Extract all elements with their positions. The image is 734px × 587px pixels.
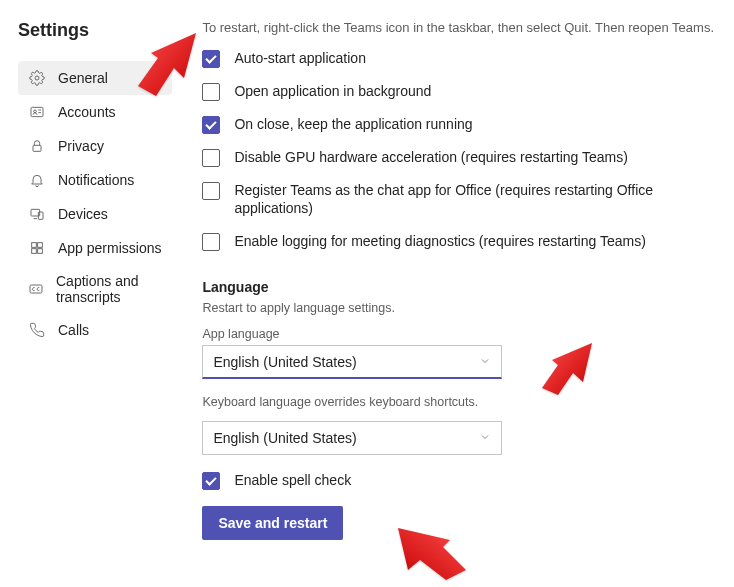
- option-on-close-running[interactable]: On close, keep the application running: [202, 115, 714, 134]
- sidebar-nav: General Accounts Privacy Notifications: [18, 61, 172, 347]
- language-heading: Language: [202, 279, 714, 295]
- chevron-down-icon: [479, 354, 491, 370]
- sidebar-item-calls[interactable]: Calls: [18, 313, 172, 347]
- gear-icon: [28, 69, 46, 87]
- sidebar-item-label: Calls: [58, 322, 89, 338]
- svg-rect-1: [31, 107, 43, 116]
- option-label: Enable logging for meeting diagnostics (…: [234, 232, 645, 251]
- svg-point-2: [34, 110, 37, 113]
- save-and-restart-button[interactable]: Save and restart: [202, 506, 343, 540]
- bell-icon: [28, 171, 46, 189]
- svg-rect-5: [33, 145, 41, 151]
- svg-rect-13: [30, 285, 42, 293]
- svg-rect-10: [38, 243, 43, 248]
- option-label: Disable GPU hardware acceleration (requi…: [234, 148, 627, 167]
- option-spell-check[interactable]: Enable spell check: [202, 471, 714, 490]
- option-label: Register Teams as the chat app for Offic…: [234, 181, 654, 219]
- sidebar-item-label: Captions and transcripts: [56, 273, 162, 305]
- option-auto-start[interactable]: Auto-start application: [202, 49, 714, 68]
- checkbox-icon[interactable]: [202, 116, 220, 134]
- page-title: Settings: [18, 20, 172, 41]
- sidebar-item-notifications[interactable]: Notifications: [18, 163, 172, 197]
- svg-rect-11: [32, 249, 37, 254]
- checkbox-icon[interactable]: [202, 149, 220, 167]
- lock-icon: [28, 137, 46, 155]
- sidebar-item-label: Privacy: [58, 138, 104, 154]
- sidebar-item-privacy[interactable]: Privacy: [18, 129, 172, 163]
- chevron-down-icon: [479, 430, 491, 446]
- sidebar-item-label: General: [58, 70, 108, 86]
- cc-icon: [28, 280, 44, 298]
- id-card-icon: [28, 103, 46, 121]
- sidebar-item-label: App permissions: [58, 240, 162, 256]
- option-register-chat-app[interactable]: Register Teams as the chat app for Offic…: [202, 181, 714, 219]
- svg-point-0: [35, 76, 39, 80]
- option-label: Enable spell check: [234, 471, 351, 490]
- grid-icon: [28, 239, 46, 257]
- sidebar-item-accounts[interactable]: Accounts: [18, 95, 172, 129]
- svg-rect-12: [38, 249, 43, 254]
- restart-hint-truncated: To restart, right-click the Teams icon i…: [202, 20, 714, 35]
- phone-icon: [28, 321, 46, 339]
- option-enable-logging[interactable]: Enable logging for meeting diagnostics (…: [202, 232, 714, 251]
- option-open-background[interactable]: Open application in background: [202, 82, 714, 101]
- language-restart-hint: Restart to apply language settings.: [202, 301, 714, 315]
- svg-rect-9: [32, 243, 37, 248]
- sidebar-item-label: Accounts: [58, 104, 116, 120]
- checkbox-icon[interactable]: [202, 233, 220, 251]
- select-value: English (United States): [213, 354, 356, 370]
- checkbox-icon[interactable]: [202, 50, 220, 68]
- app-language-select[interactable]: English (United States): [202, 345, 502, 379]
- option-label: Open application in background: [234, 82, 431, 101]
- sidebar-item-label: Devices: [58, 206, 108, 222]
- app-language-label: App language: [202, 327, 714, 341]
- option-label: Auto-start application: [234, 49, 366, 68]
- option-disable-gpu[interactable]: Disable GPU hardware acceleration (requi…: [202, 148, 714, 167]
- sidebar-item-label: Notifications: [58, 172, 134, 188]
- keyboard-language-hint: Keyboard language overrides keyboard sho…: [202, 395, 714, 409]
- checkbox-icon[interactable]: [202, 182, 220, 200]
- devices-icon: [28, 205, 46, 223]
- sidebar-item-devices[interactable]: Devices: [18, 197, 172, 231]
- checkbox-icon[interactable]: [202, 83, 220, 101]
- application-options: Auto-start application Open application …: [202, 49, 714, 251]
- sidebar-item-general[interactable]: General: [18, 61, 172, 95]
- sidebar-item-captions[interactable]: Captions and transcripts: [18, 265, 172, 313]
- keyboard-language-select[interactable]: English (United States): [202, 421, 502, 455]
- sidebar-item-app-permissions[interactable]: App permissions: [18, 231, 172, 265]
- option-label: On close, keep the application running: [234, 115, 472, 134]
- checkbox-icon[interactable]: [202, 472, 220, 490]
- select-value: English (United States): [213, 430, 356, 446]
